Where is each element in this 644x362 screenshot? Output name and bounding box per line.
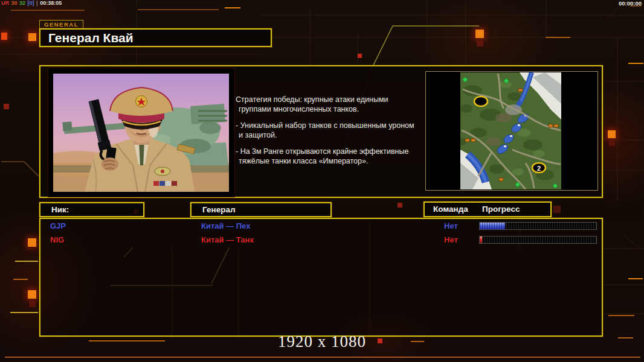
minimap: 2 [460, 72, 561, 189]
progress-fill [480, 237, 482, 243]
resolution-label: 1920 x 1080 [0, 332, 644, 351]
strategy-line: - Уникальный набор танков с повышенным у… [236, 121, 423, 130]
start-position-2: 2 [532, 163, 546, 173]
start-position-1 [474, 97, 488, 106]
player-team: Нет [444, 235, 458, 244]
progress-fill [480, 223, 505, 229]
strategy-line: тяжёлые танки класса «Император». [236, 156, 423, 166]
player-general: Китай — Танк [201, 235, 254, 244]
session-clock: 00:38:05 [40, 0, 62, 6]
column-header-general: Генерал [190, 202, 332, 217]
player-team: Нет [444, 221, 458, 230]
column-header-team: Команда [433, 203, 468, 215]
strategy-line: и защитой. [236, 130, 423, 140]
player-nick: GJP [50, 221, 66, 230]
strategy-description: Стратегия победы: крупные атаки едиными … [236, 95, 423, 166]
netstat-label: UR [1, 0, 9, 6]
progress-bar [479, 236, 597, 244]
general-portrait-art [53, 74, 229, 192]
column-header-nick: Ник: [39, 202, 144, 217]
loading-screen: UR 30 32 [0] | 00:38:05 00:00:00 GENERAL… [0, 0, 644, 362]
strategy-line: Стратегия победы: крупные атаки едиными [236, 95, 423, 104]
strategy-line: - На 3м Ранге открываются крайне эффекти… [236, 147, 423, 156]
strategy-line: группами многочисленных танков. [236, 104, 423, 114]
column-header-team-progress: Команда Прогресс [423, 202, 552, 217]
general-portrait [48, 68, 235, 197]
page-title: Генерал Квай [39, 28, 272, 47]
player-general: Китай — Пех [201, 221, 250, 230]
column-header-progress: Прогресс [482, 203, 520, 215]
general-tab-label: GENERAL [39, 20, 83, 29]
minimap-panel: 2 [425, 71, 598, 191]
start-position-2-label: 2 [537, 165, 541, 172]
network-stats: UR 30 32 [0] | 00:38:05 [1, 0, 62, 7]
player-nick: NIG [50, 235, 64, 244]
match-timer: 00:00:00 [619, 0, 642, 7]
progress-bar [479, 222, 597, 230]
